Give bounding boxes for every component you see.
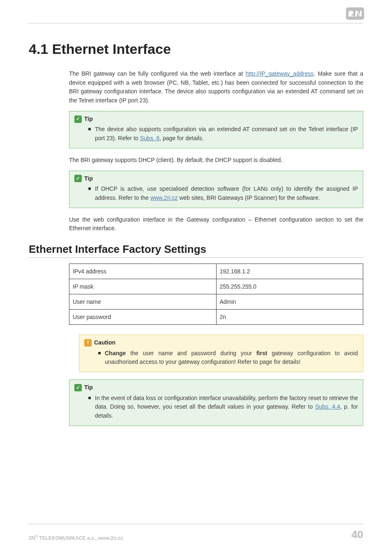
table-row: User password 2n — [69, 309, 363, 324]
text-strong: Change — [105, 350, 126, 356]
text: The BRI gateway can be fully configured … — [69, 70, 245, 77]
tip-item: In the event of data loss or configurati… — [88, 394, 358, 421]
warning-icon: ! — [84, 339, 92, 347]
callout-header: ✓ Tip — [74, 383, 358, 392]
page-title: 4.1 Ethernet Interface — [29, 41, 363, 57]
text: 2N — [29, 535, 35, 541]
caution-callout: ! Caution Change the user name and passw… — [79, 335, 363, 372]
setting-value: 192.168.1.2 — [216, 264, 363, 279]
intro-paragraph: The BRI gateway can be fully configured … — [69, 69, 363, 105]
text: , page for details. — [159, 135, 203, 141]
text: web sites, BRI Gateways (IP Scanner) for… — [178, 194, 320, 201]
callout-label: Tip — [84, 174, 93, 183]
callout-header: ! Caution — [84, 338, 358, 347]
dhcp-paragraph: The BRI gateway supports DHCP (client). … — [69, 156, 363, 165]
web-config-paragraph: Use the web configuration interface in t… — [69, 215, 363, 233]
text: the user name and password during your — [126, 350, 256, 356]
text: The device also supports configuration v… — [95, 126, 358, 141]
callout-label: Tip — [84, 383, 93, 392]
setting-value: Admin — [216, 294, 363, 309]
registered-mark: ® — [35, 534, 38, 539]
check-icon: ✓ — [74, 116, 82, 123]
gateway-url-link[interactable]: http://IP_gateway_address — [245, 70, 314, 77]
2n-website-link[interactable]: www.2n.cz — [150, 194, 178, 201]
tip-callout-2: ✓ Tip If DHCP is active, use specialised… — [69, 171, 363, 208]
setting-key: User name — [69, 294, 217, 309]
subs-4-4-link[interactable]: Subs. 4.4 — [315, 403, 340, 410]
tip-item: If DHCP is active, use specialised detec… — [88, 185, 358, 202]
text: TELEKOMUNIKACE a.s., www.2n.cz — [38, 535, 123, 541]
footer-company: 2N® TELEKOMUNIKACE a.s., www.2n.cz — [29, 534, 123, 541]
tip-callout-3: ✓ Tip In the event of data loss or confi… — [69, 379, 363, 426]
page: 4.1 Ethernet Interface The BRI gateway c… — [0, 0, 392, 555]
subsection-title: Ethernet Interface Factory Settings — [29, 243, 363, 258]
page-footer: 2N® TELEKOMUNIKACE a.s., www.2n.cz 40 — [29, 524, 363, 541]
callout-label: Caution — [94, 338, 115, 347]
content-area: 4.1 Ethernet Interface The BRI gateway c… — [29, 41, 363, 433]
tip-callout-1: ✓ Tip The device also supports configura… — [69, 111, 363, 148]
setting-value: 255.255.255.0 — [216, 279, 363, 294]
table-row: User name Admin — [69, 294, 363, 309]
page-number: 40 — [351, 528, 363, 541]
subs-6-link[interactable]: Subs. 6 — [140, 135, 159, 141]
caution-item: Change the user name and password during… — [98, 349, 358, 367]
callout-header: ✓ Tip — [74, 115, 358, 124]
callout-label: Tip — [84, 115, 93, 124]
setting-key: IPv4 address — [69, 264, 217, 279]
setting-value: 2n — [216, 309, 363, 324]
callout-header: ✓ Tip — [74, 174, 358, 183]
table-row: IPv4 address 192.168.1.2 — [69, 264, 363, 279]
table-row: IP mask 255.255.255.0 — [69, 279, 363, 294]
factory-settings-table: IPv4 address 192.168.1.2 IP mask 255.255… — [69, 264, 363, 325]
check-icon: ✓ — [74, 384, 82, 391]
tip-item: The device also supports configuration v… — [88, 125, 358, 143]
setting-key: User password — [69, 309, 217, 324]
text-strong: first — [256, 350, 267, 356]
brand-logo — [346, 7, 364, 20]
check-icon: ✓ — [74, 175, 82, 182]
header-divider — [29, 23, 363, 23]
setting-key: IP mask — [69, 279, 217, 294]
